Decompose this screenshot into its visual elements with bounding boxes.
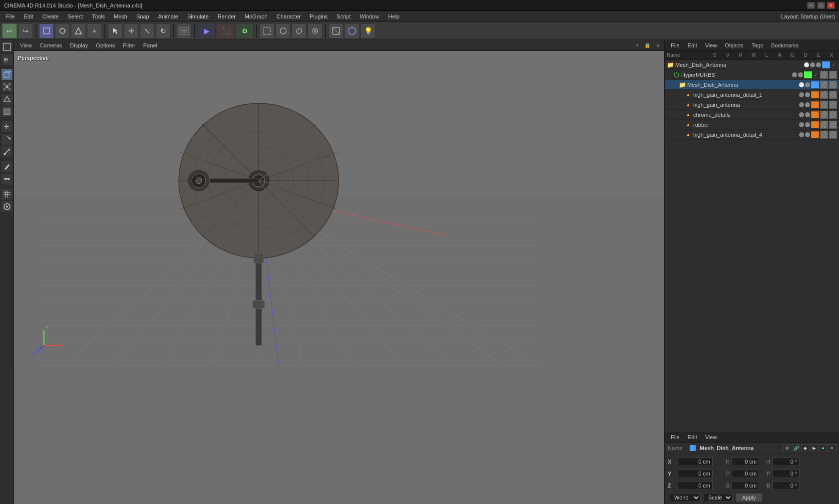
scale-tool-button[interactable]: ⤡ bbox=[140, 23, 155, 38]
subdivision-button[interactable] bbox=[345, 23, 360, 38]
obj-menu-view[interactable]: View bbox=[702, 41, 720, 49]
left-btn-polys[interactable] bbox=[1, 106, 13, 118]
rotate-tool-button[interactable]: ↻ bbox=[156, 23, 171, 38]
obj-link-icon[interactable]: 🔗 bbox=[792, 444, 800, 452]
menu-help[interactable]: Help bbox=[384, 12, 404, 20]
object-mode-button[interactable] bbox=[55, 23, 70, 38]
obj-vis-mesh[interactable] bbox=[805, 82, 810, 87]
left-btn-magnet[interactable] bbox=[1, 173, 13, 185]
joint-mode-button[interactable]: + bbox=[87, 23, 102, 38]
obj-check-hypernurbs[interactable]: ✓ bbox=[813, 72, 819, 78]
menu-animate[interactable]: Animate bbox=[154, 12, 182, 20]
z-rot-field[interactable] bbox=[732, 481, 759, 490]
left-btn-points[interactable] bbox=[1, 81, 13, 93]
obj-dot-hgantenna[interactable] bbox=[799, 102, 804, 107]
attr-menu-edit[interactable]: Edit bbox=[685, 433, 700, 441]
menu-file[interactable]: File bbox=[2, 12, 19, 20]
render-active-view-button[interactable]: ▶ bbox=[198, 23, 216, 38]
menu-create[interactable]: Create bbox=[38, 12, 63, 20]
obj-color-rubber[interactable] bbox=[811, 121, 819, 128]
redo-button[interactable]: ↪ bbox=[18, 23, 33, 38]
apply-button[interactable]: Apply bbox=[736, 493, 763, 502]
viewport-menu-filter[interactable]: Filter bbox=[120, 41, 138, 49]
obj-expand-icon[interactable]: ◆ bbox=[801, 444, 809, 452]
attr-menu-file[interactable]: File bbox=[668, 433, 683, 441]
obj-vis-hypernurbs[interactable] bbox=[798, 72, 803, 77]
obj-color-hgantenna[interactable] bbox=[811, 101, 819, 108]
obj-row-root[interactable]: 📁 Mesh_Dish_Antenna ✓ bbox=[665, 60, 839, 70]
obj-tag-rubber[interactable] bbox=[820, 121, 828, 129]
obj-color-root[interactable] bbox=[822, 61, 830, 68]
viewport-icon-1[interactable]: + bbox=[633, 41, 641, 49]
obj-tag-detail4[interactable] bbox=[820, 131, 828, 139]
obj-color-chrome[interactable] bbox=[811, 111, 819, 118]
menu-tools[interactable]: Tools bbox=[88, 12, 109, 20]
menu-mograph[interactable]: MoGraph bbox=[241, 12, 272, 20]
viewport-icon-2[interactable]: 🔒 bbox=[643, 41, 651, 49]
x-position-field[interactable] bbox=[678, 457, 713, 466]
obj-row-mesh[interactable]: 📁 Mesh_Dish_Antenna bbox=[665, 80, 839, 90]
obj-row-hgantenna[interactable]: ▲ high_gain_antenna bbox=[665, 100, 839, 110]
obj-vis-chrome[interactable] bbox=[805, 112, 810, 117]
obj-row-rubber[interactable]: ▲ rubber bbox=[665, 120, 839, 130]
light-button[interactable]: 💡 bbox=[361, 23, 376, 38]
viewport-menu-display[interactable]: Display bbox=[67, 41, 91, 49]
obj-menu-file[interactable]: File bbox=[668, 41, 683, 49]
left-btn-scene[interactable] bbox=[1, 201, 13, 213]
obj-tag2-rubber[interactable] bbox=[829, 121, 837, 129]
obj-tag2-detail4[interactable] bbox=[829, 131, 837, 139]
obj-color-mesh[interactable] bbox=[811, 81, 819, 88]
obj-color-hypernurbs[interactable] bbox=[804, 71, 812, 78]
left-btn-1[interactable] bbox=[1, 41, 13, 53]
obj-row-detail1[interactable]: ▲ high_gain_antenna_detail_1 bbox=[665, 90, 839, 100]
texture-mode-button[interactable] bbox=[71, 23, 86, 38]
left-btn-edges[interactable] bbox=[1, 93, 13, 105]
viewport-icon-3[interactable]: □ bbox=[653, 41, 661, 49]
minimize-button[interactable]: ─ bbox=[807, 2, 815, 9]
x-rot-field[interactable] bbox=[732, 457, 759, 466]
obj-vis-hgantenna[interactable] bbox=[805, 102, 810, 107]
obj-tag2-hypernurbs[interactable] bbox=[829, 71, 837, 79]
menu-render[interactable]: Render bbox=[214, 12, 240, 20]
obj-tag2-mesh[interactable] bbox=[829, 81, 837, 89]
left-btn-2[interactable]: ⊞ bbox=[1, 53, 13, 65]
render-region-button[interactable] bbox=[177, 23, 192, 38]
obj-tag2-detail1[interactable] bbox=[829, 91, 837, 99]
xray-button[interactable] bbox=[329, 23, 344, 38]
obj-dot-hypernurbs[interactable] bbox=[792, 72, 797, 77]
menu-edit[interactable]: Edit bbox=[20, 12, 37, 20]
obj-dot-chrome[interactable] bbox=[799, 112, 804, 117]
obj-menu-objects[interactable]: Objects bbox=[722, 41, 746, 49]
obj-tag-hgantenna[interactable] bbox=[820, 101, 828, 109]
obj-tag-hypernurbs[interactable] bbox=[820, 71, 828, 79]
obj-check-root[interactable]: ✓ bbox=[831, 62, 837, 68]
world-dropdown[interactable]: World Object bbox=[670, 493, 701, 502]
menu-select[interactable]: Select bbox=[64, 12, 87, 20]
menu-snap[interactable]: Snap bbox=[132, 12, 153, 20]
obj-tag-chrome[interactable] bbox=[820, 111, 828, 119]
render-picture-viewer-button[interactable]: ⬛ bbox=[217, 23, 235, 38]
menu-mesh[interactable]: Mesh bbox=[110, 12, 131, 20]
obj-tag2-chrome[interactable] bbox=[829, 111, 837, 119]
left-btn-knife[interactable] bbox=[1, 161, 13, 173]
obj-del-icon[interactable]: ✕ bbox=[828, 444, 836, 452]
scale-dropdown[interactable]: Scale Size bbox=[704, 493, 733, 502]
obj-render-root[interactable] bbox=[816, 62, 821, 67]
obj-color-detail4[interactable] bbox=[811, 131, 819, 138]
obj-vis-rubber[interactable] bbox=[805, 122, 810, 127]
render-settings-button[interactable]: ⚙ bbox=[236, 23, 254, 38]
attr-menu-view[interactable]: View bbox=[702, 433, 720, 441]
left-btn-grid[interactable] bbox=[1, 188, 13, 200]
menu-character[interactable]: Character bbox=[273, 12, 305, 20]
obj-tag-detail1[interactable] bbox=[820, 91, 828, 99]
obj-row-chrome[interactable]: ▲ chrome_details bbox=[665, 110, 839, 120]
viewport-menu-cameras[interactable]: Cameras bbox=[37, 41, 65, 49]
y-position-field[interactable] bbox=[678, 469, 713, 478]
paint-select-button[interactable] bbox=[308, 23, 323, 38]
obj-dot-root[interactable] bbox=[804, 62, 809, 67]
obj-menu-bookmarks[interactable]: Bookmarks bbox=[768, 41, 802, 49]
menu-script[interactable]: Script bbox=[333, 12, 355, 20]
obj-vis-root[interactable] bbox=[810, 62, 815, 67]
obj-dot-detail1[interactable] bbox=[799, 92, 804, 97]
move-tool-button[interactable]: ✛ bbox=[124, 23, 139, 38]
